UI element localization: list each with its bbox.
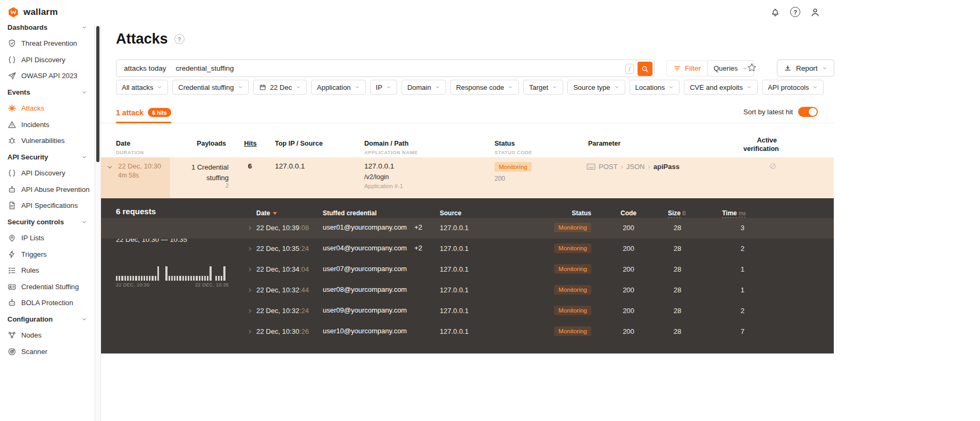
sidebar-item-incidents[interactable]: Incidents bbox=[0, 116, 95, 133]
report-label: Report bbox=[796, 64, 818, 72]
favorite-star-icon[interactable] bbox=[747, 62, 757, 73]
request-code: 200 bbox=[618, 307, 639, 315]
requests-count-title: 6 requests bbox=[116, 207, 156, 216]
request-time: 1 bbox=[722, 286, 744, 294]
chip-label: IP bbox=[376, 83, 382, 91]
sidebar-item-api-specifications[interactable]: API Specifications bbox=[0, 198, 95, 214]
report-button[interactable]: Report bbox=[777, 60, 834, 77]
sidebar-section-events[interactable]: Events bbox=[0, 84, 95, 100]
filter-chip-response-code[interactable]: Response code bbox=[450, 80, 519, 95]
code-braces-icon bbox=[7, 169, 16, 178]
chevron-right-icon[interactable] bbox=[247, 288, 253, 293]
sidebar-item-owasp-api-2023[interactable]: OWASP API 2023 bbox=[0, 68, 95, 85]
search-token[interactable]: credential_stuffing bbox=[176, 64, 234, 72]
bell-icon[interactable] bbox=[770, 7, 781, 18]
filter-chip-application[interactable]: Application bbox=[311, 80, 366, 95]
filter-chip-source-type[interactable]: Source type bbox=[567, 80, 625, 95]
status-badge: Monitoring bbox=[554, 243, 591, 253]
filter-icon bbox=[673, 64, 681, 72]
chevron-right-icon[interactable] bbox=[247, 267, 253, 272]
sidebar-item-api-discovery-2[interactable]: API Discovery bbox=[0, 165, 95, 182]
request-credential: user08@yourcompany.com bbox=[323, 285, 407, 293]
sidebar-item-nodes[interactable]: Nodes bbox=[0, 327, 95, 344]
tab-attacks-count[interactable]: 1 attack 6 hits bbox=[116, 108, 171, 117]
sidebar-item-api-discovery[interactable]: API Discovery bbox=[0, 52, 95, 68]
request-row[interactable]: 22 Dec, 10:30:26 user10@yourcompany.com … bbox=[100, 322, 834, 342]
sidebar-section-api-security[interactable]: API Security bbox=[0, 149, 95, 165]
sidebar-item-label: API Discovery bbox=[21, 169, 65, 177]
sidebar-section-configuration[interactable]: Configuration bbox=[0, 311, 95, 327]
request-row[interactable]: 22 Dec, 10:32:44 user08@yourcompany.com … bbox=[100, 280, 834, 301]
sidebar-item-attacks[interactable]: Attacks bbox=[0, 100, 95, 117]
scrollbar-thumb[interactable] bbox=[96, 26, 99, 162]
user-icon[interactable] bbox=[810, 7, 820, 18]
filter-chip-cve-and-exploits[interactable]: CVE and exploits bbox=[684, 80, 758, 95]
separator: › bbox=[621, 163, 623, 171]
request-date: 22 Dec, 10:35:24 bbox=[256, 245, 309, 252]
status-badge: Monitoring bbox=[495, 162, 532, 172]
sidebar: wallarm Dashboards Threat Prevention API… bbox=[0, 0, 95, 421]
request-row[interactable]: 22 Dec, 10:34:04 user07@yourcompany.com … bbox=[100, 259, 834, 280]
chevron-down-icon[interactable] bbox=[106, 164, 113, 171]
column-header-top-ip: Top IP / Source bbox=[275, 140, 323, 147]
filter-chip-date[interactable]: 22 Dec bbox=[253, 80, 307, 95]
column-header-hits[interactable]: Hits bbox=[244, 140, 257, 147]
search-input[interactable]: attacks today credential_stuffing / bbox=[116, 60, 655, 77]
filter-button[interactable]: Filter bbox=[666, 60, 708, 77]
request-time: 3 bbox=[722, 224, 744, 232]
sidebar-item-label: Nodes bbox=[21, 331, 41, 339]
status-badge: Monitoring bbox=[554, 223, 591, 232]
filter-chip-all-attacks[interactable]: All attacks bbox=[116, 80, 168, 95]
chevron-right-icon[interactable] bbox=[247, 329, 253, 334]
request-size: 28 bbox=[668, 327, 687, 335]
sidebar-section-dashboards[interactable]: Dashboards bbox=[0, 19, 95, 36]
sidebar-item-vulnerabilities[interactable]: Vulnerabilities bbox=[0, 133, 95, 149]
filter-chip-locations[interactable]: Locations bbox=[630, 80, 680, 95]
sidebar-item-label: Rules bbox=[21, 266, 39, 274]
status-badge: Monitoring bbox=[554, 264, 591, 274]
sidebar-item-triggers[interactable]: Triggers bbox=[0, 246, 95, 263]
search-button[interactable] bbox=[638, 62, 652, 76]
filter-chip-api-protocols[interactable]: API protocols bbox=[762, 80, 824, 95]
calendar-icon bbox=[259, 83, 266, 91]
chevron-right-icon[interactable] bbox=[247, 308, 253, 314]
chevron-down-icon bbox=[81, 89, 87, 95]
filter-chip-ip[interactable]: IP bbox=[370, 80, 397, 95]
request-source: 127.0.0.1 bbox=[440, 265, 468, 273]
page-help-icon[interactable]: ? bbox=[174, 34, 185, 44]
request-status: Monitoring bbox=[553, 305, 591, 315]
sort-toggle[interactable] bbox=[798, 107, 818, 117]
sidebar-section-security-controls[interactable]: Security controls bbox=[0, 214, 95, 230]
sidebar-item-label: API Discovery bbox=[21, 56, 65, 64]
sidebar-scrollbar[interactable] bbox=[95, 25, 101, 421]
sidebar-item-bola-protection[interactable]: BOLA Protection bbox=[0, 295, 95, 311]
help-icon[interactable]: ? bbox=[790, 7, 800, 17]
filter-chip-target[interactable]: Target bbox=[523, 80, 563, 95]
wallarm-app: wallarm Dashboards Threat Prevention API… bbox=[0, 0, 980, 421]
filter-chip-domain[interactable]: Domain bbox=[401, 80, 446, 95]
requests-header-size[interactable]: Size B bbox=[668, 209, 686, 217]
attack-top-ip: 127.0.0.1 bbox=[275, 162, 305, 170]
requests-header-code: Code bbox=[618, 209, 639, 217]
request-row[interactable]: 22 Dec, 10:35:24 user04@yourcompany.com+… bbox=[100, 239, 834, 259]
attack-table-row[interactable]: 22 Dec, 10:30 4m 58s 1 Credential stuffi… bbox=[100, 157, 834, 198]
sidebar-item-threat-prevention[interactable]: Threat Prevention bbox=[0, 36, 95, 52]
chevron-right-icon[interactable] bbox=[247, 225, 253, 231]
attack-date: 22 Dec, 10:30 bbox=[118, 162, 161, 170]
requests-header-date[interactable]: Date bbox=[256, 209, 277, 217]
sidebar-item-api-abuse-prevention[interactable]: API Abuse Prevention bbox=[0, 181, 95, 198]
sidebar-item-credential-stuffing[interactable]: Credential Stuffing bbox=[0, 279, 95, 295]
sidebar-item-scanner[interactable]: Scanner bbox=[0, 343, 95, 360]
request-status: Monitoring bbox=[553, 222, 591, 232]
sidebar-item-ip-lists[interactable]: IP Lists bbox=[0, 230, 95, 247]
sidebar-item-rules[interactable]: Rules bbox=[0, 263, 95, 279]
search-token[interactable]: attacks today bbox=[124, 64, 166, 72]
requests-header-time[interactable]: Time ms bbox=[722, 209, 746, 217]
section-label: API Security bbox=[7, 153, 48, 161]
chip-label: API protocols bbox=[768, 83, 809, 91]
filter-chip-credential-stuffing[interactable]: Credential stuffing bbox=[172, 80, 249, 95]
request-row[interactable]: 22 Dec, 10:32:24 user09@yourcompany.com … bbox=[100, 301, 834, 322]
request-row[interactable]: 22 Dec, 10:39:08 user01@yourcompany.com+… bbox=[100, 218, 834, 239]
chevron-down-icon bbox=[813, 85, 818, 90]
chevron-right-icon[interactable] bbox=[247, 246, 253, 251]
